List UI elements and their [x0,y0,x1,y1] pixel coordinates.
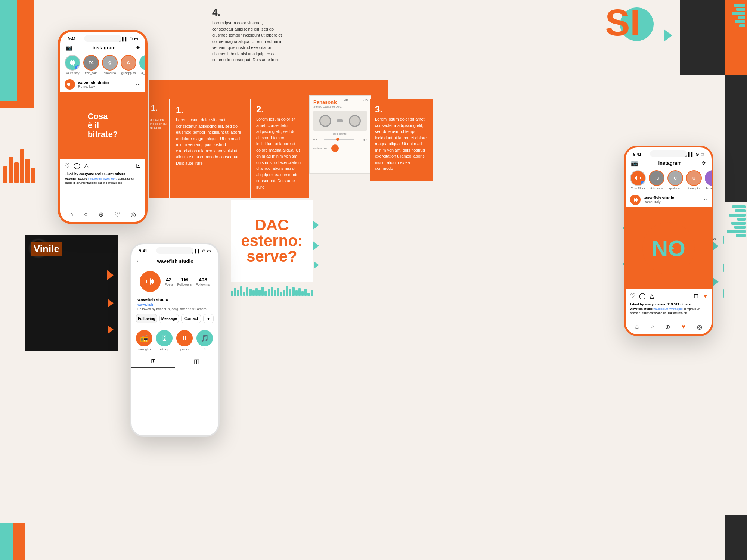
highlight-analogico[interactable]: 📻 analogico [136,330,152,351]
camera-icon[interactable]: 📷 [65,44,73,51]
search-nav-icon[interactable]: ○ [84,211,88,218]
stat-following-label: Following [196,283,210,286]
camera-icon-right[interactable]: 📷 [631,159,638,167]
dm-icon-right[interactable]: ✈ [701,159,706,167]
story-item-1[interactable]: TC tizio_caio [83,55,99,75]
dac-bar [271,287,273,296]
contact-button[interactable]: Contact [181,314,201,323]
home-nav-icon[interactable]: ⌂ [69,211,73,218]
tape-visual [313,111,367,131]
block-2-text: Lorem ipsum dolor sit amet, consectetur … [256,116,304,190]
heart-filled-right[interactable]: ♥ [704,293,707,299]
plus-nav-icon[interactable]: ⊕ [99,211,103,218]
your-story-avatar [65,55,80,71]
stat-followers[interactable]: 1M Followers [177,277,192,286]
phone-right: 9:41 ▌▌▌ ⊙ ▭ 📷 instagram ✈ Your Story [624,146,713,336]
post-avatar-right [630,195,641,205]
highlight-mixing[interactable]: 🎛 mixing [156,330,173,351]
right-bar-teal [729,214,746,217]
share-icon-right[interactable]: △ [650,292,654,299]
tape-reel-right [349,115,361,127]
profile-menu-dots[interactable]: ··· [209,258,214,264]
dac-bar [264,291,267,296]
heart-nav-icon[interactable]: ♡ [115,211,120,218]
post-actions-left: ♡ ◯ △ ⊡ [60,159,145,172]
story-item-4r[interactable]: L la_mpada [705,170,712,190]
highlight-label-fx: fx [204,348,206,351]
post-image-right: NO [626,207,712,289]
block-3-text: Lorem ipsum dolor sit amet, consectetur … [375,116,428,172]
share-icon[interactable]: △ [84,162,89,169]
heart-nav-icon-right[interactable]: ♥ [682,323,685,330]
profile-followed-by: Followed by michel_n, serg, dre and 91 o… [131,307,218,314]
like-icon-right[interactable]: ♡ [630,292,635,299]
profile-nav-icon[interactable]: ◎ [131,211,136,218]
like-icon[interactable]: ♡ [65,162,70,169]
story-label-3r: giuseppino [687,187,701,190]
story-item-2r[interactable]: Q qualcuno [667,170,683,190]
stat-posts-label: Posts [165,283,173,286]
dropdown-button[interactable]: ▾ [203,314,214,323]
block-2-number: 2. [256,104,304,115]
dac-bar [292,287,294,296]
waveform-small-r [635,175,641,181]
story-item-2[interactable]: Q qualcuno [102,55,118,75]
following-button[interactable]: Following [136,314,157,323]
post-location-right: Rome, Italy [644,200,699,204]
status-icons-center: ▌▌▌ ⊙ ▭ [192,249,211,253]
dac-text: DAC esterno: serve? [241,217,303,264]
post-avatar-left [65,79,75,90]
story-item-yours-r[interactable]: Your Story [630,170,646,190]
dac-bar [246,287,248,296]
no-arrow-right-1 [713,242,719,251]
battery-icon: ▭ [134,37,138,41]
plus-nav-icon-right[interactable]: ⊕ [665,323,670,330]
story-item-4[interactable]: L la_mpada [139,55,145,75]
grid-tab-reels[interactable]: ◫ [175,354,218,368]
dac-bar [249,289,251,296]
panasonic-block: Panasonic Stereo Cassette Dec... tape co… [309,95,371,174]
right-bar [732,12,745,15]
highlight-circle-analogico: 📻 [136,330,152,346]
profile-nav-icon-right[interactable]: ◎ [697,323,702,330]
post-menu-left[interactable]: ··· [136,81,141,88]
right-bar-teal [731,222,746,225]
deco-top-right-orange [725,0,747,75]
message-button[interactable]: Message [159,314,179,323]
comment-icon[interactable]: ◯ [74,162,80,169]
highlight-pausa[interactable]: ⏸ pausa [176,330,193,351]
right-bar-teal [732,205,746,208]
profile-link[interactable]: wave.fish [131,302,218,307]
post-waveform-right [633,198,638,202]
story-item-yours[interactable]: Your Story [65,55,80,75]
dac-bar [301,291,304,296]
save-icon[interactable]: ⊡ [136,162,141,169]
right-bars-group [725,0,747,31]
dac-bar [286,286,288,296]
comment-icon-right[interactable]: ◯ [639,292,646,299]
dac-bar [252,290,255,296]
home-nav-icon-right[interactable]: ⌂ [635,323,639,330]
phone-left: 9:41 ▌▌▌ ⊙ ▭ 📷 instagram ✈ Your Stor [58,30,148,224]
save-icon-right[interactable]: ⊡ [694,292,698,299]
grid-tab-posts[interactable]: ⊞ [131,354,175,368]
post-menu-right[interactable]: ··· [702,196,707,203]
highlight-fx[interactable]: 🎵 fx [196,330,213,351]
post-user-info-right: wavefish studio Rome, Italy [644,196,699,204]
right-bar [734,4,745,7]
story-item-1r[interactable]: TC tizio_caio [649,170,664,190]
dac-bar [304,289,307,296]
story-item-3[interactable]: G giuseppino [121,55,136,75]
profile-back-button[interactable]: ← [136,258,142,264]
search-nav-icon-right[interactable]: ○ [650,323,654,330]
stat-following[interactable]: 408 Following [196,277,210,286]
post-image-left: Cosa è il bitrate? [60,92,145,159]
post-location-left: Rome, Italy [78,85,133,88]
tape-controls: left right [313,138,367,141]
dac-bar [240,286,242,296]
story-item-3r[interactable]: G giuseppino [686,170,702,190]
dm-icon[interactable]: ✈ [135,44,140,51]
tape-input-label: mc input seq [313,147,328,150]
instagram-top-bar-right: 📷 instagram ✈ [626,158,712,168]
deco-top-left-orange [0,0,34,101]
